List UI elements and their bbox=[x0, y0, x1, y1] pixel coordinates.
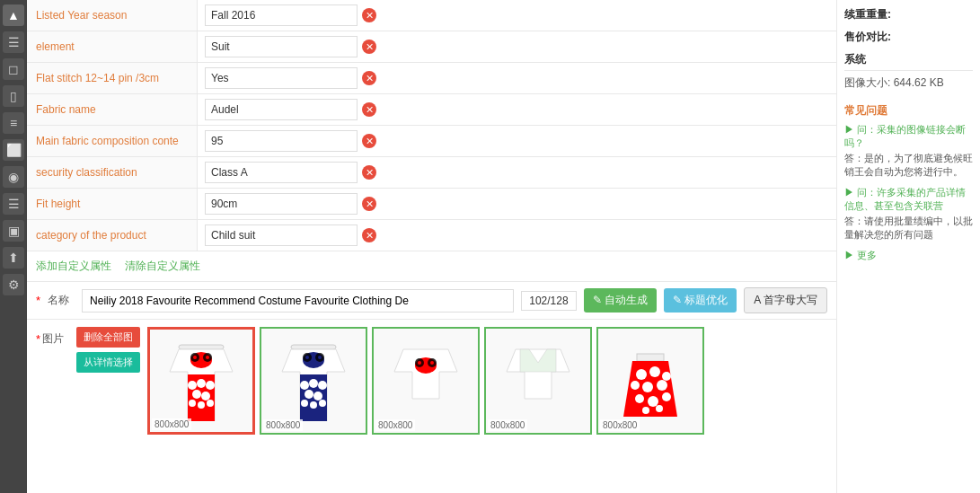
image-thumb-0[interactable]: 800x800 bbox=[147, 327, 255, 435]
name-count-badge: 102/128 bbox=[521, 291, 576, 311]
svg-point-47 bbox=[657, 380, 667, 391]
auto-generate-button[interactable]: ✎ 自动生成 bbox=[584, 288, 657, 313]
sidebar-list2-icon[interactable]: ≡ bbox=[3, 112, 24, 134]
add-custom-attr-button[interactable]: 添加自定义属性 bbox=[36, 259, 111, 274]
svg-point-24 bbox=[300, 381, 309, 390]
title-optimize-button[interactable]: ✎ 标题优化 bbox=[664, 288, 737, 313]
svg-point-27 bbox=[305, 390, 313, 399]
sidebar-settings-icon[interactable]: ⚙ bbox=[3, 274, 24, 295]
svg-point-36 bbox=[418, 361, 421, 365]
svg-point-10 bbox=[206, 381, 215, 390]
sidebar-file-icon[interactable]: ◻ bbox=[3, 58, 24, 80]
sidebar-list3-icon[interactable]: ☰ bbox=[3, 193, 24, 215]
sidebar-image-icon[interactable]: ⬜ bbox=[3, 139, 24, 161]
attr-label-1: element bbox=[27, 31, 198, 62]
faq-question-0: ▶ 问：采集的图像链接会断吗？ bbox=[844, 123, 973, 150]
attr-input-1[interactable] bbox=[205, 36, 358, 57]
sidebar-mobile-icon[interactable]: ▯ bbox=[3, 85, 24, 107]
capitalize-button[interactable]: A 首字母大写 bbox=[744, 287, 827, 313]
attr-input-2[interactable] bbox=[205, 67, 358, 89]
svg-point-49 bbox=[648, 396, 658, 407]
attr-input-5[interactable] bbox=[205, 162, 358, 183]
image-thumb-4[interactable]: 800x800 bbox=[596, 327, 704, 435]
svg-point-5 bbox=[193, 356, 197, 359]
sidebar-up-icon[interactable]: ▲ bbox=[3, 4, 24, 26]
svg-marker-32 bbox=[394, 349, 457, 399]
svg-point-15 bbox=[207, 400, 214, 407]
attr-remove-btn-7[interactable]: ✕ bbox=[362, 228, 376, 242]
svg-point-45 bbox=[631, 381, 640, 390]
faq-item-0: ▶ 问：采集的图像链接会断吗？ 答：是的，为了彻底避免候旺销王会自动为您将进行中… bbox=[844, 123, 973, 179]
clear-custom-attr-button[interactable]: 清除自定义属性 bbox=[125, 259, 200, 274]
svg-point-42 bbox=[636, 369, 647, 380]
image-label-col: * 图片 bbox=[36, 327, 69, 347]
from-detail-button[interactable]: 从详情选择 bbox=[76, 352, 140, 373]
svg-point-12 bbox=[201, 392, 210, 401]
svg-point-25 bbox=[309, 379, 318, 388]
attr-remove-btn-5[interactable]: ✕ bbox=[362, 165, 376, 180]
svg-point-8 bbox=[188, 381, 197, 390]
right-panel: 续重重量: 售价对比: 系统 图像大小: 644.62 KB 常见问题 ▶ 问：… bbox=[836, 0, 980, 493]
image-size-label-0: 800x800 bbox=[152, 418, 191, 430]
attr-row: security classification ✕ bbox=[27, 157, 836, 189]
attr-label-0: Listed Year season bbox=[27, 0, 198, 31]
image-label: 图片 bbox=[42, 331, 69, 347]
attr-input-3[interactable] bbox=[205, 99, 358, 120]
attr-input-4[interactable] bbox=[205, 130, 358, 152]
image-thumb-3[interactable]: 800x800 bbox=[484, 327, 592, 435]
sidebar-upload-icon[interactable]: ⬆ bbox=[3, 247, 24, 269]
image-size-label-3: 800x800 bbox=[488, 419, 527, 431]
svg-point-51 bbox=[642, 407, 649, 414]
svg-point-48 bbox=[635, 394, 644, 403]
svg-rect-16 bbox=[291, 345, 336, 349]
attr-value-wrap-6: ✕ bbox=[198, 189, 836, 219]
attr-label-7: category of the product bbox=[27, 220, 198, 251]
image-thumb-2[interactable]: 800x800 bbox=[372, 327, 480, 435]
images-grid: 800x800 800x800 800x800 800x800 bbox=[147, 327, 704, 435]
svg-point-6 bbox=[206, 356, 209, 359]
svg-point-9 bbox=[197, 379, 206, 388]
attr-remove-btn-4[interactable]: ✕ bbox=[362, 134, 376, 148]
faq-answer-0: 答：是的，为了彻底避免候旺销王会自动为您将进行中。 bbox=[844, 152, 973, 179]
attr-remove-btn-1[interactable]: ✕ bbox=[362, 40, 376, 54]
system-section-title: 系统 bbox=[844, 52, 973, 71]
links-row: 添加自定义属性 清除自定义属性 bbox=[27, 251, 836, 281]
svg-point-31 bbox=[319, 400, 326, 407]
attr-remove-btn-6[interactable]: ✕ bbox=[362, 197, 376, 211]
svg-point-28 bbox=[313, 392, 322, 401]
delete-all-images-button[interactable]: 删除全部图 bbox=[76, 327, 140, 348]
attr-value-wrap-4: ✕ bbox=[198, 126, 836, 156]
attr-row: Listed Year season ✕ bbox=[27, 0, 836, 31]
image-thumb-1[interactable]: 800x800 bbox=[260, 327, 367, 435]
image-size-label-4: 800x800 bbox=[600, 419, 640, 431]
svg-point-37 bbox=[430, 361, 434, 365]
more-link[interactable]: ▶ 更多 bbox=[844, 249, 973, 262]
svg-rect-40 bbox=[637, 354, 664, 361]
main-content: Listed Year season ✕ element ✕ Flat stit… bbox=[27, 0, 980, 493]
image-controls: 删除全部图 从详情选择 bbox=[76, 327, 140, 373]
svg-rect-0 bbox=[179, 345, 224, 349]
attr-value-wrap-2: ✕ bbox=[198, 63, 836, 93]
attr-remove-btn-0[interactable]: ✕ bbox=[362, 8, 376, 22]
attr-label-6: Fit height bbox=[27, 189, 198, 219]
sidebar-list-icon[interactable]: ☰ bbox=[3, 31, 24, 53]
attr-label-2: Flat stitch 12~14 pin /3cm bbox=[27, 63, 198, 93]
sidebar-save-icon[interactable]: ▣ bbox=[3, 220, 24, 242]
svg-point-14 bbox=[198, 401, 205, 409]
attr-input-7[interactable] bbox=[205, 224, 358, 246]
attr-input-6[interactable] bbox=[205, 193, 358, 215]
svg-marker-38 bbox=[507, 349, 569, 399]
attr-remove-btn-3[interactable]: ✕ bbox=[362, 102, 376, 117]
svg-point-52 bbox=[656, 405, 663, 412]
svg-point-21 bbox=[305, 356, 309, 359]
attr-remove-btn-2[interactable]: ✕ bbox=[362, 71, 376, 85]
svg-point-26 bbox=[318, 381, 327, 390]
attr-input-0[interactable] bbox=[205, 4, 358, 26]
price-compare-label: 售价对比: bbox=[844, 31, 891, 43]
image-size-label-2: 800x800 bbox=[375, 419, 415, 431]
name-input[interactable] bbox=[82, 289, 514, 313]
svg-point-46 bbox=[642, 382, 653, 392]
sidebar-camera-icon[interactable]: ◉ bbox=[3, 166, 24, 188]
attr-row: Main fabric composition conte ✕ bbox=[27, 126, 836, 157]
name-label: 名称 bbox=[48, 293, 75, 308]
